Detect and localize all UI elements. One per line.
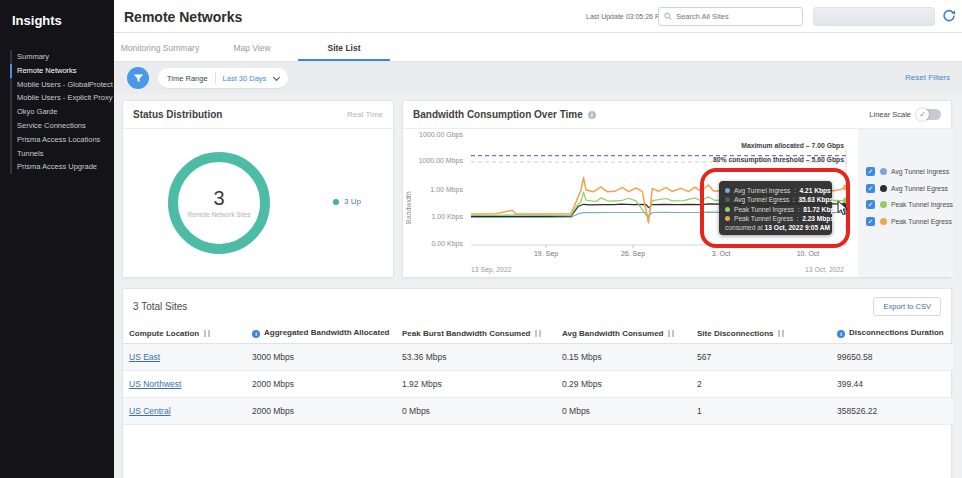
- up-status-dot: [333, 199, 339, 205]
- linear-scale-group: Linear Scale ✓: [869, 109, 941, 120]
- sidebar-item-prisma-access-upgrade[interactable]: Prisma Access Upgrade: [10, 160, 114, 174]
- bandwidth-legend: ✓Avg Tunnel Ingress✓Avg Tunnel Egress✓Pe…: [858, 129, 953, 277]
- site-link-us-central[interactable]: US Central: [129, 406, 171, 416]
- sort-icon[interactable]: [668, 330, 674, 337]
- column-header-avg-bandwidth-consumed[interactable]: Avg Bandwidth Consumed: [556, 323, 691, 344]
- sort-icon[interactable]: [535, 330, 541, 337]
- column-header-site-disconnections[interactable]: Site Disconnections: [691, 323, 831, 344]
- tab-map-view[interactable]: Map View: [206, 33, 298, 61]
- legend-series-dot: [880, 168, 887, 175]
- funnel-icon: [133, 73, 144, 84]
- page-title: Remote Networks: [124, 9, 242, 25]
- cell-site-disconnections: 2: [691, 371, 831, 398]
- column-header-disconnections-duration[interactable]: iDisconnections Duration: [831, 323, 953, 344]
- sites-table-card: 3 Total Sites Export to CSV Compute Loca…: [122, 288, 952, 478]
- cell-compute-location: US Northwest: [123, 371, 246, 398]
- x-tick-label: 10. Oct: [786, 250, 830, 257]
- cell-peak-burst-bandwidth-consumed: 53.36 Mbps: [396, 344, 556, 371]
- tooltip-row-avg-tunnel-ingress: Avg Tunnel Ingress : 4.21 Kbps: [725, 186, 826, 195]
- legend-series-dot: [880, 218, 887, 225]
- refresh-icon[interactable]: [942, 9, 956, 23]
- sidebar-item-remote-networks[interactable]: Remote Networks: [10, 64, 114, 78]
- time-range-label: Time Range: [167, 74, 208, 83]
- sidebar: Insights SummaryRemote NetworksMobile Us…: [0, 0, 114, 478]
- donut-count: 3: [165, 187, 273, 210]
- bandwidth-chart-area: Bandwidth 1000.00 Gbps1000.00 Mbps1.00 M…: [403, 129, 951, 277]
- tooltip-row-peak-tunnel-ingress: Peak Tunnel Ingress : 81.72 Kbps: [725, 205, 826, 214]
- sort-icon[interactable]: [778, 330, 784, 337]
- cell-disconnections-duration: 99650.58: [831, 344, 953, 371]
- bandwidth-card-title: Bandwidth Consumption Over Time: [413, 109, 583, 120]
- table-header-row: 3 Total Sites Export to CSV: [123, 289, 951, 323]
- column-header-peak-burst-bandwidth-consumed[interactable]: Peak Burst Bandwidth Consumed: [396, 323, 556, 344]
- reset-filters-link[interactable]: Reset Filters: [905, 73, 950, 82]
- legend-checkbox[interactable]: ✓: [866, 167, 875, 176]
- cell-avg-bandwidth-consumed: 0.29 Mbps: [556, 371, 691, 398]
- sidebar-title: Insights: [0, 0, 114, 28]
- status-distribution-card: Status Distribution Real Time 3 Remote N…: [122, 100, 394, 278]
- chart-tooltip: Avg Tunnel Ingress : 4.21 KbpsAvg Tunnel…: [719, 181, 832, 235]
- legend-checkbox[interactable]: ✓: [866, 217, 875, 226]
- site-link-us-northwest[interactable]: US Northwest: [129, 379, 181, 389]
- donut-count-label: Remote Network Sites: [165, 211, 273, 218]
- tooltip-series-dot: [725, 216, 730, 221]
- time-range-value[interactable]: Last 30 Days: [223, 74, 267, 83]
- legend-checkbox[interactable]: ✓: [866, 200, 875, 209]
- chevron-down-icon[interactable]: [273, 73, 280, 80]
- column-header-aggregated-bandwidth-allocated[interactable]: iAggregated Bandwidth Allocated: [246, 323, 396, 344]
- threshold-80-label: 80% consumption threshold – 5.60 Gbps: [508, 156, 844, 163]
- legend-series-label: Avg Tunnel Egress: [891, 185, 948, 192]
- legend-item-peak-tunnel-ingress: ✓Peak Tunnel Ingress: [866, 200, 953, 209]
- export-csv-button[interactable]: Export to CSV: [873, 297, 941, 316]
- content: Status Distribution Real Time 3 Remote N…: [114, 94, 962, 478]
- cell-aggregated-bandwidth-allocated: 3000 Mbps: [246, 344, 396, 371]
- tooltip-series-dot: [725, 207, 730, 212]
- tooltip-row-peak-tunnel-egress: Peak Tunnel Egress : 2.23 Mbps: [725, 214, 826, 223]
- x-range-end: 13 Oct, 2022: [805, 266, 844, 273]
- linear-scale-toggle[interactable]: ✓: [917, 109, 941, 120]
- sidebar-item-prisma-access-locations[interactable]: Prisma Access Locations: [10, 133, 114, 147]
- search-icon: [664, 12, 672, 21]
- real-time-label: Real Time: [347, 110, 383, 119]
- search-input[interactable]: [676, 12, 797, 21]
- sidebar-item-summary[interactable]: Summary: [10, 50, 114, 64]
- status-legend: 3 Up: [333, 197, 361, 206]
- sidebar-item-tunnels[interactable]: Tunnels: [10, 147, 114, 161]
- filter-button[interactable]: [127, 67, 149, 89]
- sidebar-item-okyo-garde[interactable]: Okyo Garde: [10, 105, 114, 119]
- legend-series-label: Avg Tunnel Ingress: [891, 168, 949, 175]
- main: Remote Networks Last Update 03:05:26 PM …: [114, 0, 962, 478]
- tooltip-series-dot: [725, 197, 730, 202]
- column-info-icon[interactable]: i: [837, 330, 845, 338]
- sort-icon[interactable]: [204, 330, 210, 337]
- x-tick-label: 19. Sep: [524, 250, 568, 257]
- site-link-us-east[interactable]: US East: [129, 352, 160, 362]
- cell-peak-burst-bandwidth-consumed: 1.92 Mbps: [396, 371, 556, 398]
- cell-disconnections-duration: 358526.22: [831, 398, 953, 425]
- legend-item-peak-tunnel-egress: ✓Peak Tunnel Egress: [866, 217, 953, 226]
- x-tick-label: 26. Sep: [611, 250, 655, 257]
- sidebar-item-mobile-users-explicit-proxy[interactable]: Mobile Users - Explicit Proxy: [10, 91, 114, 105]
- status-legend-label[interactable]: 3 Up: [344, 197, 361, 206]
- search-box[interactable]: [658, 7, 803, 26]
- legend-checkbox[interactable]: ✓: [866, 184, 875, 193]
- pill-divider: [215, 72, 216, 84]
- legend-series-dot: [880, 185, 887, 192]
- table-body: US East3000 Mbps53.36 Mbps0.15 Mbps56799…: [123, 344, 953, 425]
- sidebar-item-service-connections[interactable]: Service Connections: [10, 119, 114, 133]
- cell-peak-burst-bandwidth-consumed: 0 Mbps: [396, 398, 556, 425]
- tab-monitoring-summary[interactable]: Monitoring Summary: [114, 33, 206, 61]
- legend-item-avg-tunnel-egress: ✓Avg Tunnel Egress: [866, 184, 953, 193]
- tab-site-list[interactable]: Site List: [298, 33, 390, 61]
- column-info-icon[interactable]: i: [252, 330, 260, 338]
- column-header-compute-location[interactable]: Compute Location: [123, 323, 246, 344]
- filterbar: Time Range Last 30 Days Reset Filters: [114, 62, 962, 94]
- cell-compute-location: US East: [123, 344, 246, 371]
- cell-site-disconnections: 567: [691, 344, 831, 371]
- cell-avg-bandwidth-consumed: 0 Mbps: [556, 398, 691, 425]
- bandwidth-card-header: Bandwidth Consumption Over Time i Linear…: [403, 101, 951, 129]
- time-range-pill[interactable]: Time Range Last 30 Days: [158, 68, 288, 88]
- sidebar-item-mobile-users-globalprotect[interactable]: Mobile Users - GlobalProtect: [10, 78, 114, 92]
- info-icon[interactable]: i: [588, 111, 596, 119]
- tenant-selector-redacted[interactable]: [813, 7, 935, 26]
